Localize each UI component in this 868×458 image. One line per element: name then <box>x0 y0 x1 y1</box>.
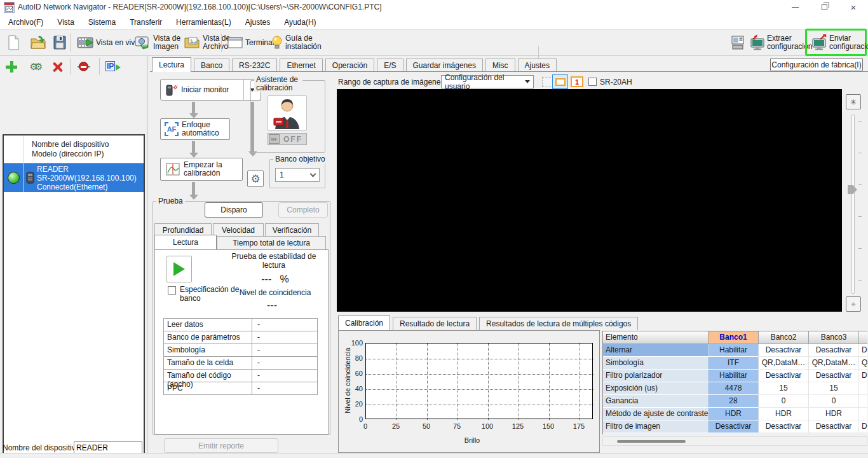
bank-cell-partial[interactable]: Desactivar <box>859 370 867 382</box>
bank-cell[interactable]: Habilitar <box>709 344 759 357</box>
tab-resultados-multiples[interactable]: Resultados de lectura de múltiples códig… <box>479 317 638 330</box>
app-window: AutoID Network Navigator - READER[SR-200… <box>0 0 868 458</box>
bank-cell-partial[interactable]: QR,DataM… <box>859 357 867 370</box>
tab-es[interactable]: E/S <box>377 59 403 72</box>
tab-resultado-lectura[interactable]: Resultado de lectura <box>393 317 477 330</box>
bank-cell-partial[interactable] <box>859 382 867 395</box>
menu-ayuda[interactable]: Ayuda(H) <box>277 15 323 30</box>
assistant-toggle[interactable]: OFF <box>268 133 307 145</box>
capture-preset-select[interactable]: Configuración del usuario <box>441 75 534 88</box>
bank-cell-partial[interactable] <box>859 408 867 420</box>
brightness-low-button[interactable]: ✳ <box>846 296 861 312</box>
close-button[interactable]: × <box>839 0 868 15</box>
bank-cell[interactable]: Desactivar <box>759 370 809 382</box>
image-view-button[interactable]: Vista de Imagen <box>132 32 188 53</box>
tab-ethernet[interactable]: Ethernet <box>280 59 322 72</box>
tab-tiempo-total[interactable]: Tiempo total de lectura <box>217 236 326 249</box>
bank-cell[interactable]: ITF <box>709 357 759 370</box>
bank-cell[interactable]: HDR <box>709 408 759 420</box>
bank-spec-checkbox[interactable] <box>168 286 176 295</box>
menu-transferir[interactable]: Transferir <box>123 15 169 30</box>
live-view-button[interactable]: Vista en vivo <box>75 32 141 53</box>
factory-default-button[interactable]: Configuración de fábrica(I) <box>770 58 863 71</box>
emit-report-button[interactable]: Emitir reporte <box>164 438 278 453</box>
add-device-button[interactable] <box>4 59 19 74</box>
bank-cell[interactable]: HDR <box>809 408 859 420</box>
bank-cell[interactable]: 0 <box>759 395 809 408</box>
bank-cell-partial[interactable] <box>859 395 867 408</box>
start-calibration-button[interactable]: Empezar la calibración <box>160 158 243 181</box>
open-file-button[interactable] <box>28 32 48 53</box>
tab-guardar-imagenes[interactable]: Guardar imágenes <box>406 59 483 72</box>
install-guide-button[interactable]: Guía de instalación <box>269 32 328 53</box>
bank-cell-partial[interactable]: Desactivar <box>859 420 867 433</box>
tab-calibracion[interactable]: Calibración <box>338 316 390 330</box>
device-name-input[interactable] <box>74 441 142 454</box>
trigger-button[interactable]: Disparo <box>205 202 263 218</box>
bank-col-header-banco2[interactable]: Banco2 <box>759 331 809 344</box>
brightness-slider-thumb[interactable] <box>848 185 857 194</box>
menu-herramientas[interactable]: Herramientas(L) <box>169 15 238 30</box>
menu-ajustes[interactable]: Ajustes <box>238 15 277 30</box>
capture-area-one-button[interactable]: 1 <box>571 76 583 87</box>
complete-button[interactable]: Completo <box>278 202 328 218</box>
tab-velocidad[interactable]: Velocidad <box>213 223 264 237</box>
tab-operacion[interactable]: Operación <box>325 59 374 72</box>
x-tick: 125 <box>508 422 527 430</box>
minimize-button[interactable] <box>780 0 810 15</box>
tab-misc[interactable]: Misc <box>485 59 515 72</box>
delete-device-button[interactable] <box>50 59 65 74</box>
bank-col-header-banco1[interactable]: Banco1 <box>709 331 759 344</box>
menu-archivo[interactable]: Archivo(F) <box>1 15 50 30</box>
ip-settings-button[interactable]: IP <box>105 59 121 74</box>
bank-cell[interactable]: Habilitar <box>709 370 759 382</box>
tab-verificacion[interactable]: Verificación <box>265 223 319 237</box>
autofocus-button[interactable]: AF Enfoque automático <box>160 118 230 140</box>
bank-cell[interactable]: 4478 <box>709 382 759 395</box>
disconnect-button[interactable] <box>76 59 92 74</box>
tab-lectura[interactable]: Lectura <box>152 57 191 72</box>
extract-config-button[interactable]: Extraer configuración <box>747 32 811 53</box>
brightness-high-button[interactable]: ✳ <box>846 94 861 109</box>
hscrollbar-thumb[interactable] <box>617 440 686 443</box>
refresh-devices-button[interactable]: ⚙⚙ <box>27 59 42 74</box>
bank-cell[interactable]: Desactivar <box>759 344 809 357</box>
restore-button[interactable] <box>810 0 839 15</box>
bank-cell[interactable]: Desactivar <box>759 420 809 433</box>
bank-cell[interactable]: 15 <box>809 382 859 395</box>
save-button[interactable] <box>51 32 69 53</box>
bank-cell[interactable]: Desactivar <box>709 420 759 433</box>
bank-cell[interactable]: HDR <box>759 408 809 420</box>
start-monitor-button[interactable]: Iniciar monitor <box>160 79 244 101</box>
bank-cell[interactable]: Desactivar <box>809 420 859 433</box>
bank-col-header-banco3[interactable]: Banco3 <box>809 331 859 344</box>
bank-cell-partial[interactable]: Desactivar <box>859 344 867 357</box>
bank-cell[interactable]: 0 <box>809 395 859 408</box>
bank-cell[interactable]: 28 <box>709 395 759 408</box>
bank-cell[interactable]: QR,DataM… <box>759 357 809 370</box>
bank-cell[interactable]: 15 <box>759 382 809 395</box>
menu-vista[interactable]: Vista <box>50 15 81 30</box>
bank-row-label: Ganancia <box>603 395 709 408</box>
tab-banco[interactable]: Banco <box>194 59 229 72</box>
sr20ah-checkbox[interactable] <box>588 78 597 86</box>
bank-cell[interactable]: QR,DataM… <box>809 357 859 370</box>
target-bank-select[interactable]: 1 <box>275 168 320 182</box>
menu-sistema[interactable]: Sistema <box>81 15 123 30</box>
bank-cell[interactable]: Desactivar <box>809 344 859 357</box>
assistant-wizard-button[interactable] <box>268 95 307 131</box>
calibration-settings-button[interactable]: ⚙ <box>247 170 264 187</box>
bank-table-hscrollbar[interactable] <box>602 436 867 446</box>
new-file-button[interactable] <box>5 32 22 53</box>
device-row-selected[interactable]: READER SR-2000W(192.168.100.100) Connect… <box>4 163 144 192</box>
terminal-button[interactable]: Terminal <box>226 32 276 53</box>
tab-lectura-test[interactable]: Lectura <box>154 235 217 249</box>
run-test-button[interactable] <box>166 256 192 282</box>
bank-cell[interactable]: Desactivar <box>809 370 859 382</box>
capture-area-full-button[interactable] <box>552 74 568 89</box>
send-config-button[interactable]: Enviar configuración <box>810 32 868 53</box>
brightness-slider-track[interactable] <box>851 114 855 294</box>
tab-ajustes[interactable]: Ajustes <box>518 59 557 72</box>
tab-rs232c[interactable]: RS-232C <box>232 59 277 72</box>
print-config-button[interactable] <box>728 32 747 53</box>
